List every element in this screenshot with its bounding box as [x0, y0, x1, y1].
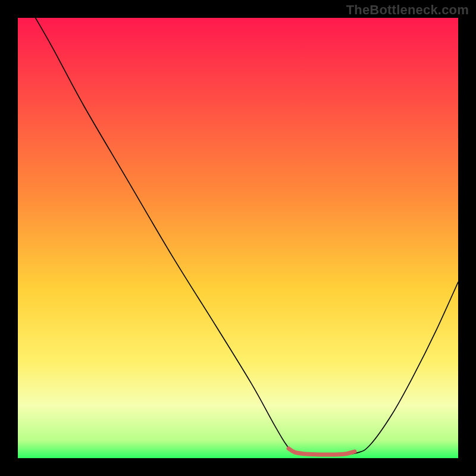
watermark-label: TheBottleneck.com: [346, 2, 469, 18]
chart-plot-area: [18, 18, 458, 458]
chart-frame: TheBottleneck.com: [0, 0, 476, 476]
chart-background: [18, 18, 458, 458]
chart-svg: [18, 18, 458, 458]
